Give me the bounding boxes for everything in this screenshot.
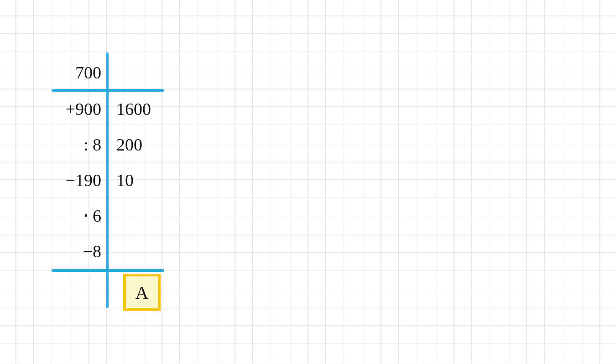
start-value: 700	[75, 64, 101, 81]
operation-label: −190	[66, 172, 101, 189]
operation-label: −8	[83, 243, 101, 260]
operation-label: : 8	[84, 136, 101, 153]
vertical-line	[106, 52, 109, 308]
operation-label: +900	[66, 100, 101, 118]
answer-box[interactable]: A	[123, 274, 161, 311]
operation-label: ⋅ 6	[83, 207, 102, 224]
operation-result: 1600	[116, 100, 151, 118]
diagram-content: 700 +900 1600 : 8 200 −190 10 ⋅ 6 −8 A	[0, 0, 616, 364]
operation-result: 200	[116, 136, 142, 153]
answer-label: A	[136, 282, 149, 303]
operation-result: 10	[116, 172, 134, 189]
